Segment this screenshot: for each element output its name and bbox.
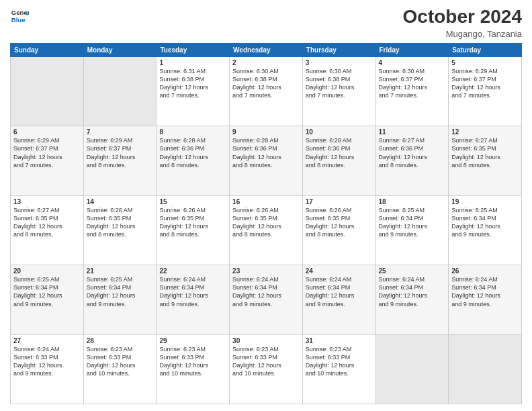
location: Mugango, Tanzania [403, 29, 522, 39]
calendar-cell: 15Sunrise: 6:26 AMSunset: 6:35 PMDayligh… [157, 195, 230, 265]
calendar-table: SundayMondayTuesdayWednesdayThursdayFrid… [10, 43, 522, 404]
weekday-monday: Monday [83, 43, 157, 56]
day-info: Sunrise: 6:26 AMSunset: 6:35 PMDaylight:… [87, 206, 154, 239]
month-title: October 2024 [403, 7, 522, 28]
calendar-cell: 3Sunrise: 6:30 AMSunset: 6:38 PMDaylight… [302, 56, 375, 126]
calendar-cell [11, 56, 84, 126]
day-info: Sunrise: 6:28 AMSunset: 6:36 PMDaylight:… [159, 136, 226, 169]
day-info: Sunrise: 6:31 AMSunset: 6:38 PMDaylight:… [159, 67, 226, 100]
day-info: Sunrise: 6:25 AMSunset: 6:34 PMDaylight:… [451, 206, 519, 239]
day-info: Sunrise: 6:24 AMSunset: 6:34 PMDaylight:… [451, 275, 519, 308]
day-info: Sunrise: 6:30 AMSunset: 6:38 PMDaylight:… [232, 67, 300, 100]
calendar-cell: 29Sunrise: 6:23 AMSunset: 6:33 PMDayligh… [157, 334, 230, 404]
calendar-cell: 1Sunrise: 6:31 AMSunset: 6:38 PMDaylight… [157, 56, 230, 126]
day-number: 24 [306, 267, 373, 275]
day-number: 12 [451, 128, 519, 136]
day-info: Sunrise: 6:27 AMSunset: 6:35 PMDaylight:… [13, 206, 81, 239]
calendar-cell: 26Sunrise: 6:24 AMSunset: 6:34 PMDayligh… [449, 265, 522, 334]
day-number: 20 [13, 267, 81, 275]
day-info: Sunrise: 6:24 AMSunset: 6:34 PMDaylight:… [159, 275, 226, 308]
day-info: Sunrise: 6:28 AMSunset: 6:36 PMDaylight:… [306, 136, 373, 169]
weekday-sunday: Sunday [11, 43, 84, 56]
day-number: 21 [87, 267, 154, 275]
day-info: Sunrise: 6:26 AMSunset: 6:35 PMDaylight:… [306, 206, 373, 239]
calendar-body: 1Sunrise: 6:31 AMSunset: 6:38 PMDaylight… [11, 56, 522, 404]
day-number: 18 [379, 198, 446, 205]
title-block: October 2024 Mugango, Tanzania [403, 7, 522, 39]
day-number: 29 [159, 337, 226, 345]
week-row-4: 20Sunrise: 6:25 AMSunset: 6:34 PMDayligh… [11, 265, 522, 334]
calendar-cell: 20Sunrise: 6:25 AMSunset: 6:34 PMDayligh… [11, 265, 84, 334]
day-info: Sunrise: 6:30 AMSunset: 6:37 PMDaylight:… [379, 67, 446, 100]
weekday-wednesday: Wednesday [230, 43, 303, 56]
calendar-cell: 27Sunrise: 6:24 AMSunset: 6:33 PMDayligh… [11, 334, 84, 404]
calendar-cell: 22Sunrise: 6:24 AMSunset: 6:34 PMDayligh… [157, 265, 230, 334]
day-number: 22 [159, 267, 226, 275]
svg-text:Blue: Blue [11, 16, 26, 24]
day-number: 9 [232, 128, 300, 136]
week-row-5: 27Sunrise: 6:24 AMSunset: 6:33 PMDayligh… [11, 334, 522, 404]
calendar-cell: 10Sunrise: 6:28 AMSunset: 6:36 PMDayligh… [302, 126, 375, 195]
day-info: Sunrise: 6:26 AMSunset: 6:35 PMDaylight:… [159, 206, 226, 239]
calendar-cell [375, 334, 449, 404]
day-number: 15 [159, 198, 226, 205]
day-info: Sunrise: 6:24 AMSunset: 6:34 PMDaylight:… [379, 275, 446, 308]
logo: General Blue [10, 7, 29, 26]
day-number: 11 [379, 128, 446, 136]
day-info: Sunrise: 6:30 AMSunset: 6:38 PMDaylight:… [306, 67, 373, 100]
day-info: Sunrise: 6:29 AMSunset: 6:37 PMDaylight:… [13, 136, 81, 169]
day-number: 6 [13, 128, 81, 136]
day-info: Sunrise: 6:25 AMSunset: 6:34 PMDaylight:… [379, 206, 446, 239]
calendar-cell: 4Sunrise: 6:30 AMSunset: 6:37 PMDaylight… [375, 56, 449, 126]
day-number: 19 [451, 198, 519, 205]
calendar-cell: 24Sunrise: 6:24 AMSunset: 6:34 PMDayligh… [302, 265, 375, 334]
day-info: Sunrise: 6:24 AMSunset: 6:34 PMDaylight:… [232, 275, 300, 308]
day-info: Sunrise: 6:27 AMSunset: 6:36 PMDaylight:… [379, 136, 446, 169]
day-number: 10 [306, 128, 373, 136]
day-number: 23 [232, 267, 300, 275]
day-number: 3 [306, 59, 373, 66]
weekday-header-row: SundayMondayTuesdayWednesdayThursdayFrid… [11, 43, 522, 56]
day-number: 26 [451, 267, 519, 275]
day-info: Sunrise: 6:24 AMSunset: 6:34 PMDaylight:… [306, 275, 373, 308]
day-number: 1 [159, 59, 226, 66]
week-row-2: 6Sunrise: 6:29 AMSunset: 6:37 PMDaylight… [11, 126, 522, 195]
weekday-saturday: Saturday [449, 43, 522, 56]
day-number: 13 [13, 198, 81, 205]
calendar-cell: 2Sunrise: 6:30 AMSunset: 6:38 PMDaylight… [230, 56, 303, 126]
calendar-cell: 19Sunrise: 6:25 AMSunset: 6:34 PMDayligh… [449, 195, 522, 265]
calendar-cell: 12Sunrise: 6:27 AMSunset: 6:35 PMDayligh… [449, 126, 522, 195]
day-info: Sunrise: 6:28 AMSunset: 6:36 PMDaylight:… [232, 136, 300, 169]
day-info: Sunrise: 6:29 AMSunset: 6:37 PMDaylight:… [451, 67, 519, 100]
week-row-3: 13Sunrise: 6:27 AMSunset: 6:35 PMDayligh… [11, 195, 522, 265]
calendar-cell: 21Sunrise: 6:25 AMSunset: 6:34 PMDayligh… [83, 265, 157, 334]
page-header: General Blue October 2024 Mugango, Tanza… [10, 7, 522, 39]
day-number: 30 [232, 337, 300, 345]
day-number: 7 [87, 128, 154, 136]
day-info: Sunrise: 6:24 AMSunset: 6:33 PMDaylight:… [13, 345, 81, 378]
day-number: 14 [87, 198, 154, 205]
calendar-cell: 17Sunrise: 6:26 AMSunset: 6:35 PMDayligh… [302, 195, 375, 265]
calendar-cell: 7Sunrise: 6:29 AMSunset: 6:37 PMDaylight… [83, 126, 157, 195]
day-info: Sunrise: 6:29 AMSunset: 6:37 PMDaylight:… [87, 136, 154, 169]
day-info: Sunrise: 6:23 AMSunset: 6:33 PMDaylight:… [159, 345, 226, 378]
calendar-cell: 18Sunrise: 6:25 AMSunset: 6:34 PMDayligh… [375, 195, 449, 265]
day-info: Sunrise: 6:26 AMSunset: 6:35 PMDaylight:… [232, 206, 300, 239]
day-number: 4 [379, 59, 446, 66]
day-number: 25 [379, 267, 446, 275]
calendar-cell [83, 56, 157, 126]
day-number: 27 [13, 337, 81, 345]
calendar-cell: 28Sunrise: 6:23 AMSunset: 6:33 PMDayligh… [83, 334, 157, 404]
day-number: 16 [232, 198, 300, 205]
calendar-cell: 8Sunrise: 6:28 AMSunset: 6:36 PMDaylight… [157, 126, 230, 195]
week-row-1: 1Sunrise: 6:31 AMSunset: 6:38 PMDaylight… [11, 56, 522, 126]
calendar-cell: 31Sunrise: 6:23 AMSunset: 6:33 PMDayligh… [302, 334, 375, 404]
calendar-cell: 6Sunrise: 6:29 AMSunset: 6:37 PMDaylight… [11, 126, 84, 195]
day-info: Sunrise: 6:27 AMSunset: 6:35 PMDaylight:… [451, 136, 519, 169]
day-info: Sunrise: 6:23 AMSunset: 6:33 PMDaylight:… [232, 345, 300, 378]
day-info: Sunrise: 6:25 AMSunset: 6:34 PMDaylight:… [13, 275, 81, 308]
calendar-cell: 14Sunrise: 6:26 AMSunset: 6:35 PMDayligh… [83, 195, 157, 265]
calendar-cell: 25Sunrise: 6:24 AMSunset: 6:34 PMDayligh… [375, 265, 449, 334]
weekday-tuesday: Tuesday [157, 43, 230, 56]
calendar-cell: 5Sunrise: 6:29 AMSunset: 6:37 PMDaylight… [449, 56, 522, 126]
